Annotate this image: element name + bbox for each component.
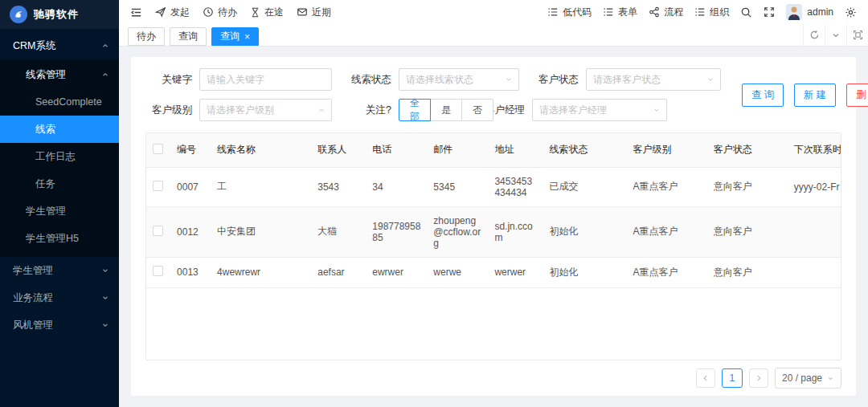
filter-lead-status: 线索状态 请选择线索状态: [345, 68, 519, 91]
row-checkbox[interactable]: [153, 266, 163, 276]
close-icon[interactable]: ×: [244, 32, 250, 42]
search-icon: [740, 6, 752, 18]
column-header: 电话: [366, 133, 427, 167]
table-row[interactable]: 0013 4wewrewr aefsar ewrwer werwe werwer…: [146, 257, 841, 287]
organization-button[interactable]: 组织: [694, 6, 729, 19]
sidebar-item-crm-system[interactable]: CRM系统: [0, 32, 119, 59]
username: admin: [807, 6, 833, 18]
chevron-left-icon: [702, 374, 710, 382]
delete-button[interactable]: 删除: [846, 83, 868, 107]
sidebar-item-leads[interactable]: 线索: [0, 116, 119, 143]
column-header: 线索状态: [543, 133, 627, 167]
gear-icon: [845, 6, 857, 18]
sidebar-item-tasks[interactable]: 任务: [0, 170, 119, 197]
chevron-down-icon: [706, 75, 714, 83]
page-number[interactable]: 1: [722, 368, 743, 388]
in-transit-button[interactable]: 在途: [250, 6, 284, 19]
tab-query[interactable]: 查询: [170, 27, 207, 46]
form-button[interactable]: 表单: [603, 6, 637, 19]
sidebar-item-student-management-h5[interactable]: 学生管理H5: [0, 225, 119, 252]
chevron-down-icon: [831, 31, 841, 40]
mail-icon: [297, 6, 308, 18]
filter-customer-status: 客户状态 请选择客户状态: [532, 68, 721, 91]
column-header: 编号: [170, 133, 211, 167]
chevron-down-icon: [101, 321, 109, 329]
create-button[interactable]: 新建: [794, 83, 836, 107]
sidebar-item-lead-management[interactable]: 线索管理: [0, 61, 119, 88]
table-row[interactable]: 0012 中安集团 大猫 19877895885 zhoupeng@ccflow…: [146, 206, 841, 257]
customer-level-select[interactable]: 请选择客户级别: [199, 99, 332, 121]
tab-todo[interactable]: 待办: [128, 27, 165, 46]
column-header: 邮件: [427, 133, 488, 167]
initiate-button[interactable]: 发起: [155, 6, 190, 19]
chevron-right-icon: [755, 374, 763, 382]
page-size-select[interactable]: 20 / page: [775, 368, 841, 389]
pagination: 1 20 / page: [145, 360, 841, 396]
query-card: 关键字 线索状态 请选择线索状态 客户状态: [131, 57, 856, 396]
flow-button[interactable]: 流程: [649, 6, 683, 19]
menu-fold-icon: [130, 6, 142, 18]
next-page-button[interactable]: [749, 368, 768, 388]
maximize-icon: [853, 30, 863, 40]
fullscreen-button[interactable]: [764, 6, 775, 18]
select-all-checkbox[interactable]: [153, 144, 163, 154]
maximize-button[interactable]: [846, 24, 868, 46]
follow-option-all[interactable]: 全部: [399, 99, 431, 121]
action-buttons: 查询 新建 删除 设置: [734, 83, 868, 107]
tab-bar: 待办 查询 查询 ×: [119, 24, 868, 47]
chevron-down-icon: [101, 294, 109, 302]
table-header-row: 编号 线索名称 联系人 电话 邮件 地址 线索状态 客户级别 客户状态 下次联系…: [146, 133, 841, 167]
send-icon: [155, 6, 166, 18]
topbar-right: 低代码 表单 流程 组织 admin: [547, 4, 857, 20]
filter-customer-manager: 客户经理 请选择客户经理: [478, 99, 667, 121]
prev-page-button[interactable]: [696, 368, 715, 388]
top-bar: 发起 待办 在途 近期 低代码 表单 流程: [119, 0, 868, 24]
follow-option-yes[interactable]: 是: [430, 99, 462, 121]
sidebar-item-work-log[interactable]: 工作日志: [0, 143, 119, 170]
chevron-down-icon: [505, 75, 513, 83]
sidebar: 驰骋软件 CRM系统 线索管理 SeedComplete 线索 工作日志 任务: [0, 0, 119, 407]
todo-button[interactable]: 待办: [203, 6, 237, 19]
customer-manager-select[interactable]: 请选择客户经理: [532, 99, 667, 121]
sidebar-item-seedcomplete[interactable]: SeedComplete: [0, 88, 119, 116]
search-button[interactable]: 查询: [742, 83, 784, 107]
column-header: 下次联系时间: [788, 133, 841, 167]
chevron-up-icon: [101, 71, 109, 79]
sidebar-item-fan-management[interactable]: 风机管理: [0, 311, 119, 339]
settings-button[interactable]: [845, 6, 857, 18]
follow-option-no[interactable]: 否: [461, 99, 493, 121]
filter-keyword: 关键字: [145, 68, 332, 91]
refresh-button[interactable]: [803, 24, 825, 46]
list-icon: [603, 6, 614, 18]
follow-radio-group: 全部 是 否: [399, 99, 493, 121]
brand[interactable]: 驰骋软件: [0, 0, 119, 29]
lead-status-select[interactable]: 请选择线索状态: [399, 68, 519, 91]
collapse-panel-button[interactable]: [825, 24, 846, 46]
brand-name: 驰骋软件: [34, 7, 79, 22]
low-code-button[interactable]: 低代码: [547, 6, 592, 19]
chevron-down-icon: [653, 106, 661, 114]
filter-form: 关键字 线索状态 请选择线索状态 客户状态: [145, 68, 841, 121]
sidebar-item-student-management-sub[interactable]: 学生管理: [0, 197, 119, 225]
brand-logo-icon: [10, 6, 27, 23]
list-icon: [694, 6, 706, 18]
row-checkbox[interactable]: [153, 226, 163, 236]
recent-button[interactable]: 近期: [297, 6, 331, 19]
user-avatar[interactable]: [786, 4, 802, 20]
chevron-down-icon: [101, 267, 109, 275]
chevron-down-icon: [827, 375, 834, 382]
hourglass-icon: [250, 7, 260, 18]
menu-fold-button[interactable]: [130, 6, 142, 18]
filter-customer-level: 客户级别 请选择客户级别: [145, 99, 332, 121]
customer-status-select[interactable]: 请选择客户状态: [586, 68, 721, 91]
sidebar-item-student-management[interactable]: 学生管理: [0, 257, 119, 284]
search-button[interactable]: [740, 6, 752, 18]
sidebar-item-business-process[interactable]: 业务流程: [0, 284, 119, 311]
row-checkbox[interactable]: [153, 181, 163, 191]
branch-icon: [649, 6, 660, 18]
leads-table: 编号 线索名称 联系人 电话 邮件 地址 线索状态 客户级别 客户状态 下次联系…: [145, 132, 841, 360]
table-row[interactable]: 0007 工 3543 34 5345 3453453434434 已成交 A重…: [146, 167, 841, 206]
keyword-input[interactable]: [200, 69, 331, 90]
column-header: 客户级别: [627, 133, 707, 167]
tab-query-active[interactable]: 查询 ×: [211, 27, 259, 46]
